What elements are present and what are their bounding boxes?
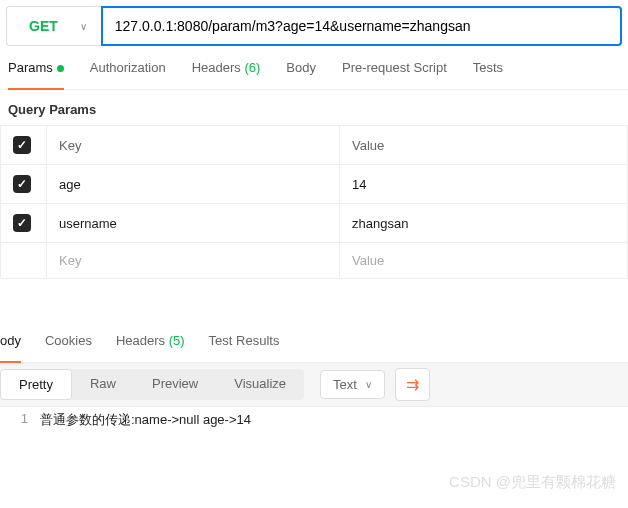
tab-cookies[interactable]: Cookies — [45, 333, 92, 356]
header-value: Value — [340, 126, 628, 165]
response-headers-count: (5) — [169, 333, 185, 348]
tab-body[interactable]: Body — [286, 60, 316, 83]
request-tabs: Params Authorization Headers (6) Body Pr… — [0, 46, 628, 90]
line-number: 1 — [0, 411, 40, 429]
view-toolbar: Pretty Raw Preview Visualize Text ∨ ⇉ — [0, 363, 628, 407]
table-row-new[interactable]: Key Value — [1, 243, 628, 279]
checkbox-icon[interactable] — [13, 175, 31, 193]
http-method-label: GET — [29, 18, 58, 34]
params-active-dot — [57, 65, 64, 72]
tab-response-headers[interactable]: Headers (5) — [116, 333, 185, 356]
tab-response-headers-label: Headers — [116, 333, 165, 348]
wrap-lines-button[interactable]: ⇉ — [395, 368, 430, 401]
checkbox-icon[interactable] — [13, 214, 31, 232]
format-label: Text — [333, 377, 357, 392]
watermark: CSDN @兜里有颗棉花糖 — [449, 473, 616, 492]
header-key: Key — [47, 126, 340, 165]
tab-headers-label: Headers — [192, 60, 241, 75]
tab-authorization[interactable]: Authorization — [90, 60, 166, 83]
tab-params[interactable]: Params — [8, 60, 64, 90]
tab-params-label: Params — [8, 60, 53, 75]
headers-count: (6) — [244, 60, 260, 75]
url-input[interactable] — [101, 6, 622, 46]
format-select[interactable]: Text ∨ — [320, 370, 385, 399]
response-body[interactable]: 1 普通参数的传递:name->null age->14 — [0, 407, 628, 433]
tab-prerequest[interactable]: Pre-request Script — [342, 60, 447, 83]
param-value-cell[interactable]: zhangsan — [340, 204, 628, 243]
http-method-select[interactable]: GET ∨ — [6, 6, 101, 46]
view-pretty[interactable]: Pretty — [0, 369, 72, 400]
query-params-table: Key Value age 14 username zhangsan Key V… — [0, 125, 628, 279]
param-value-placeholder[interactable]: Value — [340, 243, 628, 279]
view-preview[interactable]: Preview — [134, 369, 216, 400]
param-key-cell[interactable]: age — [47, 165, 340, 204]
param-key-cell[interactable]: username — [47, 204, 340, 243]
response-tabs: ody Cookies Headers (5) Test Results — [0, 327, 628, 363]
wrap-icon: ⇉ — [406, 376, 419, 393]
chevron-down-icon: ∨ — [365, 379, 372, 390]
response-line: 普通参数的传递:name->null age->14 — [40, 411, 251, 429]
table-row[interactable]: age 14 — [1, 165, 628, 204]
tab-response-body[interactable]: ody — [0, 333, 21, 363]
tab-test-results[interactable]: Test Results — [209, 333, 280, 356]
view-visualize[interactable]: Visualize — [216, 369, 304, 400]
query-params-title: Query Params — [0, 90, 628, 125]
table-row[interactable]: username zhangsan — [1, 204, 628, 243]
param-value-cell[interactable]: 14 — [340, 165, 628, 204]
tab-tests[interactable]: Tests — [473, 60, 503, 83]
checkbox-icon — [13, 136, 31, 154]
tab-headers[interactable]: Headers (6) — [192, 60, 261, 83]
view-raw[interactable]: Raw — [72, 369, 134, 400]
view-mode-group: Pretty Raw Preview Visualize — [0, 369, 304, 400]
chevron-down-icon: ∨ — [80, 21, 87, 32]
param-key-placeholder[interactable]: Key — [47, 243, 340, 279]
header-checkbox-cell[interactable] — [1, 126, 47, 165]
